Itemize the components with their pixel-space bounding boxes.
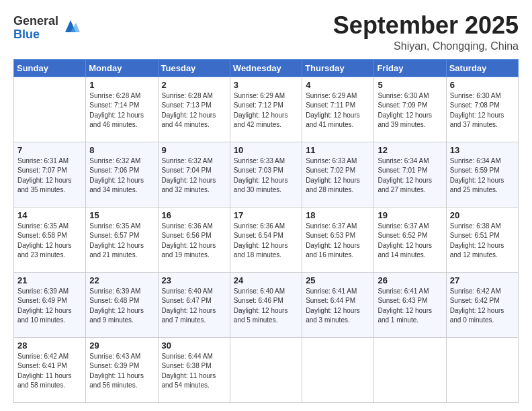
calendar-cell: 26Sunrise: 6:41 AM Sunset: 6:43 PM Dayli… — [374, 272, 446, 337]
day-info: Sunrise: 6:37 AM Sunset: 6:53 PM Dayligh… — [306, 222, 370, 261]
day-info: Sunrise: 6:36 AM Sunset: 6:56 PM Dayligh… — [162, 222, 226, 261]
logo-text-block: General Blue — [13, 15, 58, 42]
day-number: 2 — [162, 80, 226, 90]
day-info: Sunrise: 6:28 AM Sunset: 7:13 PM Dayligh… — [162, 91, 226, 130]
day-info: Sunrise: 6:43 AM Sunset: 6:39 PM Dayligh… — [89, 352, 154, 391]
day-info: Sunrise: 6:44 AM Sunset: 6:38 PM Dayligh… — [162, 352, 226, 391]
day-info: Sunrise: 6:34 AM Sunset: 6:59 PM Dayligh… — [450, 156, 515, 195]
logo: General Blue — [13, 15, 80, 42]
calendar-cell: 25Sunrise: 6:41 AM Sunset: 6:44 PM Dayli… — [302, 272, 374, 337]
week-row-2: 7Sunrise: 6:31 AM Sunset: 7:07 PM Daylig… — [14, 142, 519, 207]
weekday-header-monday: Monday — [86, 59, 158, 77]
day-number: 3 — [234, 80, 298, 90]
day-info: Sunrise: 6:32 AM Sunset: 7:04 PM Dayligh… — [162, 156, 226, 195]
calendar-cell — [230, 337, 302, 402]
calendar-cell: 1Sunrise: 6:28 AM Sunset: 7:14 PM Daylig… — [86, 77, 158, 142]
weekday-header-friday: Friday — [374, 59, 446, 77]
day-number: 13 — [450, 145, 515, 155]
week-row-3: 14Sunrise: 6:35 AM Sunset: 6:58 PM Dayli… — [14, 207, 519, 272]
day-info: Sunrise: 6:32 AM Sunset: 7:06 PM Dayligh… — [89, 156, 154, 195]
day-info: Sunrise: 6:38 AM Sunset: 6:51 PM Dayligh… — [450, 222, 515, 261]
calendar-cell: 21Sunrise: 6:39 AM Sunset: 6:49 PM Dayli… — [14, 272, 86, 337]
week-row-4: 21Sunrise: 6:39 AM Sunset: 6:49 PM Dayli… — [14, 272, 519, 337]
calendar-cell: 7Sunrise: 6:31 AM Sunset: 7:07 PM Daylig… — [14, 142, 86, 207]
week-row-1: 1Sunrise: 6:28 AM Sunset: 7:14 PM Daylig… — [14, 77, 519, 142]
day-info: Sunrise: 6:34 AM Sunset: 7:01 PM Dayligh… — [378, 156, 442, 195]
day-info: Sunrise: 6:35 AM Sunset: 6:58 PM Dayligh… — [17, 222, 82, 261]
day-number: 19 — [378, 210, 442, 220]
day-info: Sunrise: 6:33 AM Sunset: 7:02 PM Dayligh… — [306, 156, 370, 195]
day-number: 25 — [306, 275, 370, 285]
calendar-cell: 27Sunrise: 6:42 AM Sunset: 6:42 PM Dayli… — [446, 272, 518, 337]
day-info: Sunrise: 6:30 AM Sunset: 7:08 PM Dayligh… — [450, 91, 515, 130]
day-number: 14 — [17, 210, 82, 220]
weekday-header-wednesday: Wednesday — [230, 59, 302, 77]
calendar-cell: 11Sunrise: 6:33 AM Sunset: 7:02 PM Dayli… — [302, 142, 374, 207]
day-number: 6 — [450, 80, 515, 90]
day-number: 28 — [17, 340, 82, 351]
calendar-cell: 2Sunrise: 6:28 AM Sunset: 7:13 PM Daylig… — [158, 77, 230, 142]
day-info: Sunrise: 6:40 AM Sunset: 6:46 PM Dayligh… — [234, 287, 298, 326]
day-number: 1 — [89, 80, 154, 90]
calendar-cell: 23Sunrise: 6:40 AM Sunset: 6:47 PM Dayli… — [158, 272, 230, 337]
calendar-cell: 4Sunrise: 6:29 AM Sunset: 7:11 PM Daylig… — [302, 77, 374, 142]
calendar-cell: 30Sunrise: 6:44 AM Sunset: 6:38 PM Dayli… — [158, 337, 230, 402]
calendar-cell: 28Sunrise: 6:42 AM Sunset: 6:41 PM Dayli… — [14, 337, 86, 402]
calendar-cell: 17Sunrise: 6:36 AM Sunset: 6:54 PM Dayli… — [230, 207, 302, 272]
day-number: 21 — [17, 275, 82, 285]
day-info: Sunrise: 6:35 AM Sunset: 6:57 PM Dayligh… — [89, 222, 154, 261]
subtitle: Shiyan, Chongqing, China — [333, 40, 519, 52]
day-number: 10 — [234, 145, 298, 155]
logo-blue: Blue — [13, 28, 58, 42]
calendar-cell: 13Sunrise: 6:34 AM Sunset: 6:59 PM Dayli… — [446, 142, 518, 207]
day-info: Sunrise: 6:41 AM Sunset: 6:44 PM Dayligh… — [306, 287, 370, 326]
day-number: 24 — [234, 275, 298, 285]
title-block: September 2025 Shiyan, Chongqing, China — [333, 12, 519, 52]
day-number: 18 — [306, 210, 370, 220]
page: General Blue September 2025 Shiyan, Chon… — [0, 0, 532, 411]
day-number: 20 — [450, 210, 515, 220]
calendar-cell: 20Sunrise: 6:38 AM Sunset: 6:51 PM Dayli… — [446, 207, 518, 272]
day-number: 16 — [162, 210, 226, 220]
day-info: Sunrise: 6:31 AM Sunset: 7:07 PM Dayligh… — [17, 156, 82, 195]
calendar-cell: 14Sunrise: 6:35 AM Sunset: 6:58 PM Dayli… — [14, 207, 86, 272]
calendar-cell: 15Sunrise: 6:35 AM Sunset: 6:57 PM Dayli… — [86, 207, 158, 272]
day-number: 15 — [89, 210, 154, 220]
day-info: Sunrise: 6:33 AM Sunset: 7:03 PM Dayligh… — [234, 156, 298, 195]
logo-general: General — [13, 15, 58, 28]
day-info: Sunrise: 6:41 AM Sunset: 6:43 PM Dayligh… — [378, 287, 442, 326]
day-info: Sunrise: 6:42 AM Sunset: 6:42 PM Dayligh… — [450, 287, 515, 326]
day-info: Sunrise: 6:37 AM Sunset: 6:52 PM Dayligh… — [378, 222, 442, 261]
weekday-header-saturday: Saturday — [446, 59, 518, 77]
calendar-cell: 24Sunrise: 6:40 AM Sunset: 6:46 PM Dayli… — [230, 272, 302, 337]
day-info: Sunrise: 6:39 AM Sunset: 6:49 PM Dayligh… — [17, 287, 82, 326]
calendar-cell: 8Sunrise: 6:32 AM Sunset: 7:06 PM Daylig… — [86, 142, 158, 207]
calendar-cell — [302, 337, 374, 402]
day-number: 8 — [89, 145, 154, 155]
calendar-cell: 5Sunrise: 6:30 AM Sunset: 7:09 PM Daylig… — [374, 77, 446, 142]
calendar-cell: 3Sunrise: 6:29 AM Sunset: 7:12 PM Daylig… — [230, 77, 302, 142]
calendar-cell: 16Sunrise: 6:36 AM Sunset: 6:56 PM Dayli… — [158, 207, 230, 272]
calendar-cell — [14, 77, 86, 142]
day-info: Sunrise: 6:42 AM Sunset: 6:41 PM Dayligh… — [17, 352, 82, 391]
calendar-cell: 12Sunrise: 6:34 AM Sunset: 7:01 PM Dayli… — [374, 142, 446, 207]
day-info: Sunrise: 6:29 AM Sunset: 7:12 PM Dayligh… — [234, 91, 298, 130]
weekday-header-sunday: Sunday — [14, 59, 86, 77]
day-info: Sunrise: 6:39 AM Sunset: 6:48 PM Dayligh… — [89, 287, 154, 326]
day-number: 9 — [162, 145, 226, 155]
calendar-cell: 18Sunrise: 6:37 AM Sunset: 6:53 PM Dayli… — [302, 207, 374, 272]
day-info: Sunrise: 6:29 AM Sunset: 7:11 PM Dayligh… — [306, 91, 370, 130]
month-title: September 2025 — [333, 12, 519, 39]
day-info: Sunrise: 6:28 AM Sunset: 7:14 PM Dayligh… — [89, 91, 154, 130]
day-number: 23 — [162, 275, 226, 285]
calendar-cell: 29Sunrise: 6:43 AM Sunset: 6:39 PM Dayli… — [86, 337, 158, 402]
day-number: 29 — [89, 340, 154, 351]
day-number: 11 — [306, 145, 370, 155]
day-number: 17 — [234, 210, 298, 220]
calendar-cell: 22Sunrise: 6:39 AM Sunset: 6:48 PM Dayli… — [86, 272, 158, 337]
day-info: Sunrise: 6:30 AM Sunset: 7:09 PM Dayligh… — [378, 91, 442, 130]
week-row-5: 28Sunrise: 6:42 AM Sunset: 6:41 PM Dayli… — [14, 337, 519, 402]
weekday-header-thursday: Thursday — [302, 59, 374, 77]
calendar-cell: 10Sunrise: 6:33 AM Sunset: 7:03 PM Dayli… — [230, 142, 302, 207]
calendar-cell — [374, 337, 446, 402]
